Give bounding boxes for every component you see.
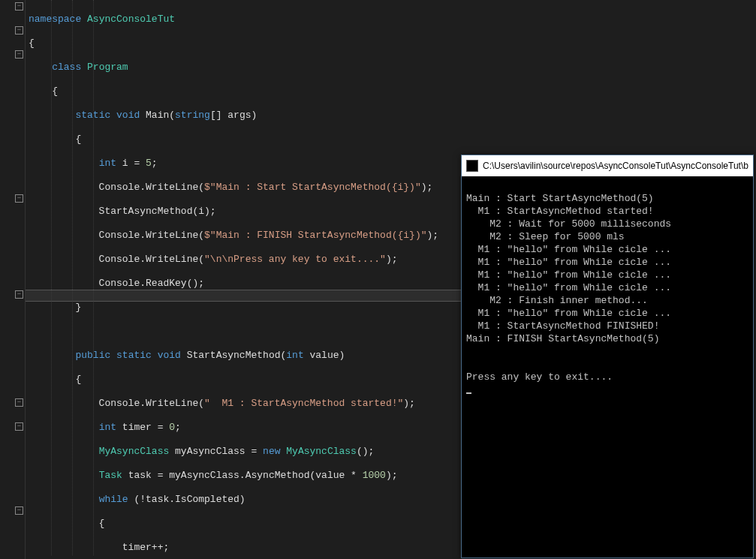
code-text: ); — [386, 254, 398, 265]
console-line: Press any key to exit.... — [466, 371, 613, 383]
code-text: } — [29, 302, 474, 314]
gutter: − − − − − − − − — [0, 0, 26, 559]
code-text: Console.WriteLine( — [29, 182, 204, 193]
code-text: Console.WriteLine( — [29, 230, 204, 241]
console-line: M1 : "hello" from While cicle ... — [466, 269, 671, 281]
code-text: ); — [403, 398, 415, 409]
console-line: M2 : Sleep for 5000 mls — [466, 231, 625, 242]
code-text: Console.WriteLine( — [29, 398, 204, 409]
code-text: { — [29, 134, 474, 146]
console-output: Main : Start StartAsyncMethod(5) M1 : St… — [462, 176, 753, 413]
fold-toggle[interactable]: − — [15, 194, 23, 203]
console-line: M1 : "hello" from While cicle ... — [466, 282, 671, 293]
fold-toggle[interactable]: − — [15, 290, 23, 299]
fold-toggle[interactable]: − — [15, 506, 23, 515]
console-line: M1 : "hello" from While cicle ... — [466, 308, 671, 319]
code-text: { — [29, 374, 474, 386]
code-text: Console.ReadKey(); — [29, 278, 474, 290]
fold-toggle[interactable]: − — [15, 422, 23, 431]
fold-toggle[interactable]: − — [15, 26, 23, 35]
console-line: M1 : "hello" from While cicle ... — [466, 257, 671, 268]
code-text: AsyncConsoleTut — [87, 14, 175, 25]
code-text: " M1 : StartAsyncMethod started!" — [204, 398, 403, 409]
code-text: StartAsyncMethod(i); — [29, 206, 474, 218]
console-line: M1 : StartAsyncMethod started! — [466, 206, 654, 217]
fold-toggle[interactable]: − — [15, 398, 23, 407]
console-line: M2 : Finish inner method... — [466, 295, 648, 306]
code-text — [29, 326, 474, 338]
code-text: { — [29, 518, 474, 530]
code-text: { — [29, 86, 474, 98]
fold-toggle[interactable]: − — [15, 2, 23, 11]
console-line: Main : FINISH StartAsyncMethod(5) — [466, 333, 659, 344]
code-area[interactable]: namespace AsyncConsoleTut { class Progra… — [29, 2, 474, 559]
console-titlebar[interactable]: C:\Users\avilin\source\repos\AsyncConsol… — [462, 155, 753, 176]
console-line: M1 : StartAsyncMethod FINISHED! — [466, 320, 659, 332]
code-text: $"Main : FINISH StartAsyncMethod({i})" — [204, 230, 426, 241]
code-text: ); — [421, 182, 433, 193]
console-line: M1 : "hello" from While cicle ... — [466, 244, 671, 255]
console-icon — [466, 160, 478, 172]
console-line: M2 : Wait for 5000 milliseconds — [466, 218, 671, 230]
code-text: $"Main : Start StartAsyncMethod({i})" — [204, 182, 421, 193]
console-cursor — [466, 392, 471, 394]
code-text: ); — [427, 230, 439, 241]
fold-toggle[interactable]: − — [15, 50, 23, 59]
code-text: { — [29, 38, 474, 50]
code-text: timer++; — [29, 542, 474, 554]
code-text: "\n\nPress any key to exit...." — [204, 254, 386, 265]
console-line: Main : Start StartAsyncMethod(5) — [466, 193, 654, 204]
console-title: C:\Users\avilin\source\repos\AsyncConsol… — [483, 155, 748, 176]
code-text: Console.WriteLine( — [29, 254, 204, 265]
console-window[interactable]: C:\Users\avilin\source\repos\AsyncConsol… — [461, 155, 754, 558]
